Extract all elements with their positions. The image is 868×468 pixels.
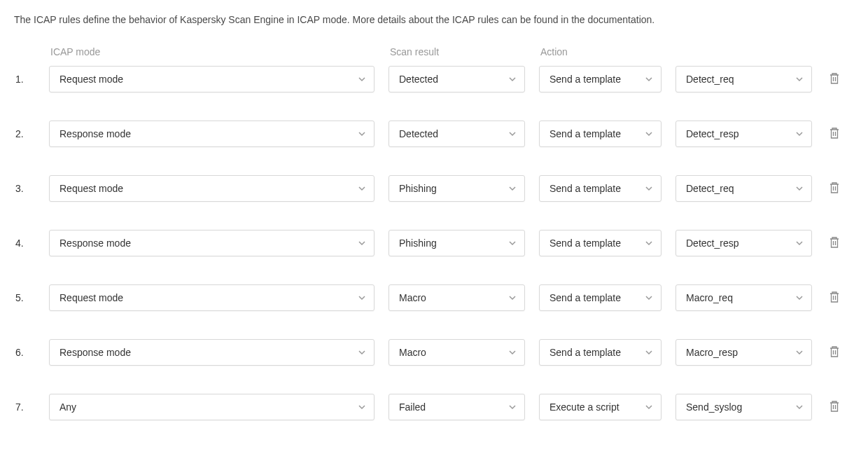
delete-button[interactable] <box>826 125 843 142</box>
row-number: 5. <box>14 292 35 303</box>
select-value: Request mode <box>59 183 123 194</box>
select-value: Macro <box>399 347 426 358</box>
chevron-down-icon <box>645 76 652 83</box>
template-select[interactable]: Detect_req <box>676 66 812 92</box>
chevron-down-icon <box>358 404 365 411</box>
chevron-down-icon <box>358 185 365 192</box>
icap-mode-select[interactable]: Request mode <box>49 284 374 311</box>
rules-list: ICAP mode Scan result Action 1. Request … <box>14 46 854 420</box>
chevron-down-icon <box>358 240 365 247</box>
trash-icon <box>829 127 840 142</box>
scan-result-select[interactable]: Detected <box>388 66 525 92</box>
scan-result-select[interactable]: Macro <box>388 284 525 311</box>
header-row: ICAP mode Scan result Action <box>14 46 854 57</box>
rule-row: 5. Request mode Macro Send a template Ma… <box>14 284 854 311</box>
delete-button[interactable] <box>826 180 843 197</box>
select-value: Response mode <box>59 347 131 358</box>
icap-mode-select[interactable]: Response mode <box>49 121 374 147</box>
row-number: 3. <box>14 183 35 194</box>
action-select[interactable]: Send a template <box>539 121 662 147</box>
chevron-down-icon <box>796 130 803 137</box>
template-select[interactable]: Send_syslog <box>676 394 812 420</box>
chevron-down-icon <box>358 76 365 83</box>
chevron-down-icon <box>358 349 365 356</box>
delete-button[interactable] <box>826 235 843 252</box>
chevron-down-icon <box>509 294 516 301</box>
scan-result-select[interactable]: Detected <box>388 121 525 147</box>
select-value: Send_syslog <box>686 401 742 413</box>
header-scan-label: Scan result <box>388 46 525 57</box>
action-select[interactable]: Send a template <box>539 175 662 202</box>
select-value: Send a template <box>550 128 621 139</box>
select-value: Send a template <box>550 238 621 249</box>
select-value: Detected <box>399 74 438 85</box>
delete-button[interactable] <box>826 344 843 361</box>
select-value: Detect_req <box>686 183 734 194</box>
description-text: The ICAP rules define the behavior of Ka… <box>14 14 854 25</box>
delete-button[interactable] <box>826 71 843 88</box>
select-value: Phishing <box>399 183 437 194</box>
chevron-down-icon <box>509 240 516 247</box>
scan-result-select[interactable]: Phishing <box>388 230 525 256</box>
template-select[interactable]: Detect_resp <box>676 121 812 147</box>
trash-icon <box>829 400 840 415</box>
header-mode-label: ICAP mode <box>49 46 374 57</box>
select-value: Phishing <box>399 238 437 249</box>
chevron-down-icon <box>796 294 803 301</box>
chevron-down-icon <box>358 294 365 301</box>
trash-icon <box>829 72 840 87</box>
chevron-down-icon <box>358 130 365 137</box>
select-value: Request mode <box>59 74 123 85</box>
icap-mode-select[interactable]: Request mode <box>49 175 374 202</box>
rule-row: 2. Response mode Detected Send a templat… <box>14 121 854 147</box>
row-number: 7. <box>14 401 35 413</box>
select-value: Macro <box>399 292 426 303</box>
header-action-label: Action <box>539 46 662 57</box>
action-select[interactable]: Send a template <box>539 284 662 311</box>
action-select[interactable]: Send a template <box>539 339 662 366</box>
select-value: Any <box>59 401 76 413</box>
action-select[interactable]: Send a template <box>539 230 662 256</box>
select-value: Send a template <box>550 347 621 358</box>
select-value: Detect_resp <box>686 128 738 139</box>
chevron-down-icon <box>796 185 803 192</box>
action-select[interactable]: Execute a script <box>539 394 662 420</box>
chevron-down-icon <box>796 76 803 83</box>
chevron-down-icon <box>645 294 652 301</box>
template-select[interactable]: Detect_resp <box>676 230 812 256</box>
delete-button[interactable] <box>826 399 843 415</box>
chevron-down-icon <box>796 349 803 356</box>
row-number: 1. <box>14 74 35 85</box>
trash-icon <box>829 345 840 360</box>
rule-row: 7. Any Failed Execute a script Send_sysl… <box>14 394 854 420</box>
select-value: Send a template <box>550 74 621 85</box>
row-number: 4. <box>14 238 35 249</box>
delete-button[interactable] <box>826 289 843 306</box>
select-value: Request mode <box>59 292 123 303</box>
chevron-down-icon <box>509 349 516 356</box>
icap-mode-select[interactable]: Request mode <box>49 66 374 92</box>
icap-mode-select[interactable]: Response mode <box>49 339 374 366</box>
template-select[interactable]: Detect_req <box>676 175 812 202</box>
select-value: Detect_resp <box>686 238 738 249</box>
scan-result-select[interactable]: Macro <box>388 339 525 366</box>
icap-mode-select[interactable]: Response mode <box>49 230 374 256</box>
scan-result-select[interactable]: Phishing <box>388 175 525 202</box>
chevron-down-icon <box>796 240 803 247</box>
chevron-down-icon <box>509 404 516 411</box>
select-value: Response mode <box>59 128 131 139</box>
select-value: Macro_req <box>686 292 733 303</box>
action-select[interactable]: Send a template <box>539 66 662 92</box>
chevron-down-icon <box>796 404 803 411</box>
chevron-down-icon <box>509 185 516 192</box>
icap-mode-select[interactable]: Any <box>49 394 374 420</box>
select-value: Send a template <box>550 292 621 303</box>
scan-result-select[interactable]: Failed <box>388 394 525 420</box>
trash-icon <box>829 291 840 305</box>
row-number: 6. <box>14 347 35 358</box>
chevron-down-icon <box>645 130 652 137</box>
template-select[interactable]: Macro_req <box>676 284 812 311</box>
trash-icon <box>829 236 840 251</box>
row-number: 2. <box>14 128 35 139</box>
template-select[interactable]: Macro_resp <box>676 339 812 366</box>
